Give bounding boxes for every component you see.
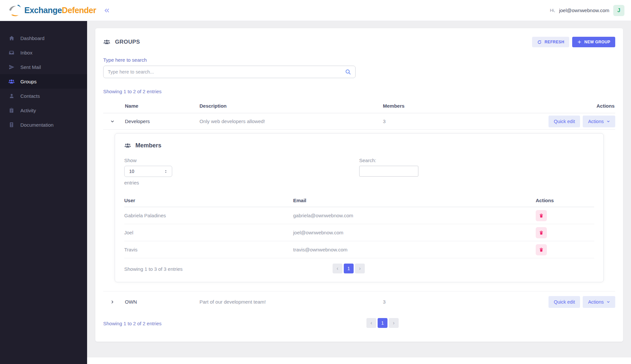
sort-arrows-icon [164, 169, 168, 174]
topbar-user-area: Hi, joel@ownwebnow.com J [550, 5, 624, 16]
page-footer: Copyright © Own Web Now Corp, 1997-2020.… [87, 357, 631, 364]
sidebar-item-dashboard[interactable]: Dashboard [0, 31, 87, 45]
sidebar-item-label: Activity [20, 108, 36, 113]
pagination-prev-button[interactable]: ‹ [333, 264, 342, 273]
table-row-own[interactable]: OWN Part of our development team! 3 Quic… [103, 291, 615, 312]
group-name: OWN [125, 299, 199, 305]
quick-edit-button[interactable]: Quick edit [549, 116, 580, 127]
page-title: GROUPS [115, 39, 140, 45]
sidebar-item-activity[interactable]: Activity [0, 103, 87, 118]
actions-dropdown-button[interactable]: Actions [583, 296, 615, 308]
collapse-row-button[interactable] [103, 119, 125, 123]
refresh-icon [537, 40, 542, 45]
group-description: Only web developers allowed! [199, 118, 383, 124]
chevron-down-icon [607, 300, 610, 304]
column-header-email: Email [293, 198, 536, 203]
sidebar-item-label: Sent Mail [20, 64, 41, 70]
members-search-input[interactable] [359, 166, 418, 177]
column-header-user: User [124, 198, 293, 203]
member-user: Gabriela Paladines [124, 213, 293, 218]
show-label: Show [124, 158, 359, 163]
sidebar-item-contacts[interactable]: Contacts [0, 89, 87, 103]
entries-label: entries [124, 180, 359, 185]
trash-icon [539, 247, 544, 252]
members-table: User Email Actions Gabriela Paladines ga… [124, 194, 594, 258]
column-header-members: Members [383, 103, 526, 109]
members-search-label: Search: [359, 158, 594, 163]
groups-panel: GROUPS REFRESH NEW GROUP [95, 28, 623, 342]
delete-member-button[interactable] [536, 227, 547, 238]
topbar: ExchangeDefender Hi, joel@ownwebnow.com … [0, 0, 631, 21]
groups-table-header: Name Description Members Actions [103, 99, 615, 113]
column-header-actions: Actions [536, 198, 594, 203]
home-icon [8, 35, 15, 41]
member-email: joel@ownwebnow.com [293, 230, 536, 235]
plus-icon [577, 40, 582, 44]
sidebar-item-groups[interactable]: Groups [0, 74, 87, 89]
sidebar-item-label: Dashboard [20, 35, 44, 41]
actions-dropdown-button[interactable]: Actions [583, 116, 615, 127]
table-row-member: Gabriela Paladines gabriela@ownwebnow.co… [124, 207, 594, 224]
members-table-header: User Email Actions [124, 194, 594, 207]
pagination-prev-button[interactable]: ‹ [366, 318, 376, 328]
chevron-down-icon [607, 120, 610, 123]
sidebar-item-inbox[interactable]: Inbox [0, 45, 87, 60]
group-search-input[interactable] [103, 66, 356, 78]
trash-icon [539, 230, 544, 235]
brand-name: ExchangeDefender [24, 6, 96, 15]
page-size-select[interactable]: 10 [124, 166, 172, 177]
group-members-count: 3 [383, 299, 526, 305]
group-name: Developers [125, 118, 199, 124]
member-email: gabriela@ownwebnow.com [293, 213, 536, 218]
users-icon [103, 38, 110, 46]
brand-logo[interactable]: ExchangeDefender [8, 4, 96, 17]
brand-logo-icon [8, 4, 22, 17]
groups-showing-bottom: Showing 1 to 2 of 2 entries [103, 321, 162, 326]
inbox-icon [8, 49, 15, 56]
sidebar-item-label: Contacts [20, 93, 40, 99]
user-email: joel@ownwebnow.com [559, 8, 609, 13]
groups-showing-top: Showing 1 to 2 of 2 entries [103, 89, 615, 94]
members-showing-text: Showing 1 to 3 of 3 entries [124, 266, 183, 272]
pagination-page-1-button[interactable]: 1 [378, 318, 387, 328]
users-icon [8, 78, 15, 85]
sidebar-item-documentation[interactable]: Documentation [0, 118, 87, 132]
main-content: GROUPS REFRESH NEW GROUP [87, 21, 631, 364]
groups-pagination: ‹ 1 › [366, 318, 399, 328]
member-email: travis@ownwebnow.com [293, 247, 536, 252]
members-panel: Members Show 10 [115, 133, 604, 282]
column-header-actions: Actions [526, 103, 615, 109]
table-row-developers[interactable]: Developers Only web developers allowed! … [103, 113, 615, 130]
users-icon [124, 142, 131, 149]
trash-icon [539, 213, 544, 218]
avatar[interactable]: J [613, 5, 624, 16]
sidebar-item-label: Inbox [20, 50, 33, 55]
expanded-row-area: Members Show 10 [103, 130, 615, 291]
chevron-right-icon [110, 300, 114, 304]
pagination-page-1-button[interactable]: 1 [344, 264, 354, 273]
paper-plane-icon [8, 64, 15, 70]
delete-member-button[interactable] [536, 244, 547, 255]
pagination-next-button[interactable]: › [389, 318, 399, 328]
refresh-button[interactable]: REFRESH [532, 37, 569, 47]
greeting-label: Hi, [550, 8, 555, 13]
expand-row-button[interactable] [103, 300, 125, 304]
book-icon [8, 122, 15, 128]
clipboard-icon [8, 107, 15, 113]
double-chevron-left-icon [103, 7, 110, 14]
quick-edit-button[interactable]: Quick edit [549, 296, 580, 308]
pagination-next-button[interactable]: › [355, 264, 365, 273]
group-description: Part of our development team! [199, 299, 383, 305]
delete-member-button[interactable] [536, 210, 547, 221]
member-user: Travis [124, 247, 293, 252]
new-group-button[interactable]: NEW GROUP [572, 37, 615, 47]
members-pagination: ‹ 1 › [333, 264, 365, 273]
sidebar-collapse-button[interactable] [103, 7, 110, 14]
table-row-member: Joel joel@ownwebnow.com [124, 224, 594, 241]
members-panel-title: Members [135, 142, 161, 149]
group-members-count: 3 [383, 118, 526, 124]
search-icon [345, 69, 351, 75]
sidebar-item-sent-mail[interactable]: Sent Mail [0, 60, 87, 74]
group-search-label: Type here to search [103, 57, 615, 63]
member-user: Joel [124, 230, 293, 235]
